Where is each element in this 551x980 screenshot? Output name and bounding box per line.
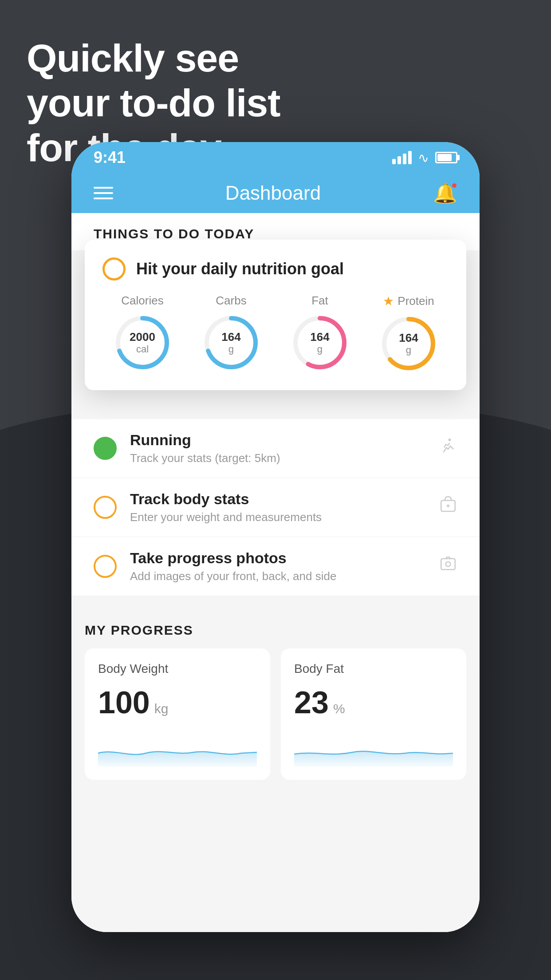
- todo-text-photos: Take progress photos Add images of your …: [130, 549, 425, 583]
- fat-donut: 164 g: [291, 314, 349, 371]
- body-weight-title: Body Weight: [98, 662, 257, 676]
- metric-fat: Fat 164 g: [291, 294, 349, 372]
- hamburger-menu[interactable]: [94, 187, 113, 199]
- todo-text-body-stats: Track body stats Enter your weight and m…: [130, 490, 425, 524]
- body-weight-value: 100 kg: [98, 685, 257, 720]
- app-content: THINGS TO DO TODAY Hit your daily nutrit…: [71, 213, 480, 932]
- protein-label: ★ Protein: [383, 294, 434, 308]
- things-section-title: THINGS TO DO TODAY: [94, 226, 254, 241]
- status-time: 9:41: [94, 148, 126, 167]
- todo-circle-running: [94, 437, 117, 460]
- signal-icon: [392, 151, 412, 164]
- calories-donut: 2000 cal: [114, 314, 171, 371]
- nav-bar: Dashboard 🔔: [71, 173, 480, 213]
- body-fat-value: 23 %: [294, 685, 453, 720]
- nutrition-card-title: Hit your daily nutrition goal: [136, 260, 344, 278]
- todo-circle-nutrition: [102, 257, 126, 281]
- todo-item-photos[interactable]: Take progress photos Add images of your …: [71, 537, 480, 596]
- phone-frame: 9:41 ∿ Dashboard 🔔 THINGS TO DO TODAY: [71, 142, 480, 932]
- running-icon: [439, 437, 457, 460]
- metric-calories: Calories 2000 cal: [114, 294, 171, 372]
- svg-point-10: [446, 562, 451, 567]
- body-weight-card[interactable]: Body Weight 100 kg: [85, 648, 270, 780]
- svg-rect-9: [441, 559, 455, 570]
- protein-donut: 164 g: [380, 315, 437, 372]
- progress-section: MY PROGRESS Body Weight 100 kg: [71, 623, 480, 780]
- body-weight-number: 100: [98, 685, 150, 720]
- battery-icon: [435, 152, 457, 163]
- scale-icon: [439, 496, 457, 519]
- todo-text-running: Running Track your stats (target: 5km): [130, 431, 425, 465]
- carbs-label: Carbs: [216, 294, 246, 308]
- body-fat-chart: [294, 731, 453, 767]
- nutrition-card[interactable]: Hit your daily nutrition goal Calories 2…: [85, 240, 466, 390]
- calories-label: Calories: [121, 294, 163, 308]
- body-fat-unit: %: [333, 701, 345, 716]
- todo-circle-body-stats: [94, 496, 117, 519]
- nutrition-metrics: Calories 2000 cal Carbs: [102, 294, 449, 372]
- metric-carbs: Carbs 164 g: [202, 294, 260, 372]
- wifi-icon: ∿: [418, 150, 429, 166]
- body-fat-card[interactable]: Body Fat 23 %: [281, 648, 466, 780]
- notification-bell[interactable]: 🔔: [433, 182, 457, 205]
- todo-item-body-stats[interactable]: Track body stats Enter your weight and m…: [71, 478, 480, 537]
- carbs-donut: 164 g: [202, 314, 260, 371]
- fat-label: Fat: [311, 294, 328, 308]
- metric-protein: ★ Protein 164 g: [380, 294, 437, 372]
- photo-icon: [439, 555, 457, 578]
- todo-list: Running Track your stats (target: 5km) T…: [71, 419, 480, 596]
- progress-section-title: MY PROGRESS: [85, 623, 466, 638]
- body-weight-chart: [98, 731, 257, 767]
- todo-item-running[interactable]: Running Track your stats (target: 5km): [71, 419, 480, 478]
- body-fat-title: Body Fat: [294, 662, 453, 676]
- notification-dot: [451, 182, 457, 189]
- star-icon: ★: [383, 294, 394, 308]
- status-bar: 9:41 ∿: [71, 142, 480, 173]
- card-header: Hit your daily nutrition goal: [102, 257, 449, 281]
- nav-title: Dashboard: [225, 182, 321, 204]
- progress-cards: Body Weight 100 kg: [85, 648, 466, 780]
- status-icons: ∿: [392, 150, 457, 166]
- todo-circle-photos: [94, 555, 117, 578]
- body-weight-unit: kg: [154, 701, 169, 716]
- body-fat-number: 23: [294, 685, 329, 720]
